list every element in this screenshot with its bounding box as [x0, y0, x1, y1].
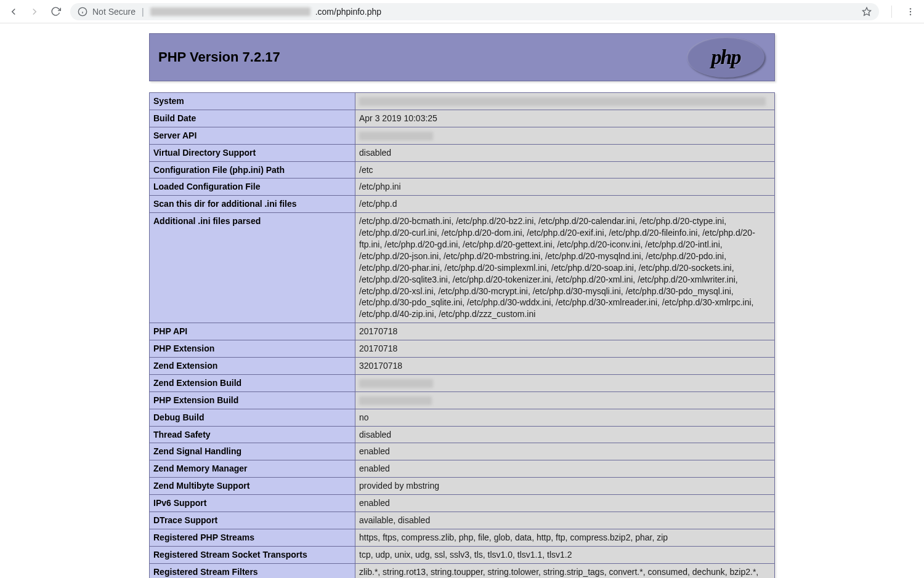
- redacted-value: [359, 132, 433, 140]
- table-row: PHP Extension20170718: [150, 340, 775, 358]
- reload-button[interactable]: [47, 3, 64, 20]
- table-row: Server API: [150, 127, 775, 144]
- url-separator: |: [142, 7, 144, 17]
- browser-menu-button[interactable]: [902, 3, 919, 20]
- info-key: Scan this dir for additional .ini files: [150, 196, 355, 213]
- page-content: PHP Version 7.2.17 php SystemBuild DateA…: [0, 23, 924, 578]
- info-key: Build Date: [150, 110, 355, 127]
- table-row: Virtual Directory Supportdisabled: [150, 144, 775, 161]
- redacted-value: [359, 379, 433, 388]
- info-value: enabled: [355, 443, 775, 460]
- info-value: [355, 93, 775, 110]
- php-version-title: PHP Version 7.2.17: [158, 49, 280, 65]
- back-button[interactable]: [5, 3, 22, 20]
- table-row: Registered Stream Socket Transportstcp, …: [150, 546, 775, 563]
- info-value: enabled: [355, 495, 775, 512]
- toolbar-divider: [891, 6, 892, 18]
- svg-point-5: [910, 10, 911, 12]
- browser-toolbar: Not Secure | .com/phpinfo.php: [0, 0, 924, 23]
- redacted-value: [359, 97, 766, 106]
- redacted-value: [359, 396, 432, 405]
- svg-point-6: [910, 14, 911, 15]
- info-value: [355, 127, 775, 144]
- info-key: PHP Extension Build: [150, 391, 355, 409]
- table-row: IPv6 Supportenabled: [150, 495, 775, 512]
- security-status: Not Secure: [92, 7, 136, 17]
- table-row: Debug Buildno: [150, 409, 775, 426]
- table-row: Scan this dir for additional .ini files/…: [150, 196, 775, 213]
- info-key: Virtual Directory Support: [150, 144, 355, 161]
- info-value: https, ftps, compress.zlib, php, file, g…: [355, 529, 775, 546]
- info-key: PHP Extension: [150, 340, 355, 358]
- info-value: [355, 374, 775, 391]
- url-host-blurred: [150, 7, 310, 16]
- info-value: no: [355, 409, 775, 426]
- table-row: Registered Stream Filterszlib.*, string.…: [150, 563, 775, 578]
- info-key: PHP API: [150, 323, 355, 340]
- info-value: /etc: [355, 161, 775, 179]
- info-key: Zend Memory Manager: [150, 460, 355, 478]
- info-key: Registered PHP Streams: [150, 529, 355, 546]
- table-row: Zend Extension Build: [150, 374, 775, 391]
- info-value: zlib.*, string.rot13, string.toupper, st…: [355, 563, 775, 578]
- info-value: enabled: [355, 460, 775, 478]
- table-row: Zend Multibyte Supportprovided by mbstri…: [150, 478, 775, 495]
- table-row: PHP Extension Build: [150, 391, 775, 409]
- table-row: Additional .ini files parsed/etc/php.d/2…: [150, 213, 775, 323]
- table-row: PHP API20170718: [150, 323, 775, 340]
- info-value: tcp, udp, unix, udg, ssl, sslv3, tls, tl…: [355, 546, 775, 563]
- svg-point-4: [910, 8, 911, 9]
- info-value: disabled: [355, 426, 775, 443]
- info-value: 20170718: [355, 323, 775, 340]
- info-value: /etc/php.d: [355, 196, 775, 213]
- info-key: Thread Safety: [150, 426, 355, 443]
- table-row: Zend Extension320170718: [150, 358, 775, 375]
- info-value: provided by mbstring: [355, 478, 775, 495]
- info-key: Zend Extension: [150, 358, 355, 375]
- info-value: /etc/php.ini: [355, 179, 775, 196]
- svg-marker-3: [862, 7, 870, 15]
- bookmark-star-icon[interactable]: [862, 7, 872, 17]
- phpinfo-table: SystemBuild DateApr 3 2019 10:03:25Serve…: [149, 92, 775, 578]
- info-value: [355, 391, 775, 409]
- info-key: Zend Multibyte Support: [150, 478, 355, 495]
- info-key: System: [150, 93, 355, 110]
- info-value: disabled: [355, 144, 775, 161]
- info-key: Configuration File (php.ini) Path: [150, 161, 355, 179]
- table-row: Zend Signal Handlingenabled: [150, 443, 775, 460]
- url-path: .com/phpinfo.php: [315, 7, 381, 17]
- info-key: Debug Build: [150, 409, 355, 426]
- table-row: System: [150, 93, 775, 110]
- php-logo-ellipse: php: [687, 37, 764, 78]
- forward-button[interactable]: [26, 3, 43, 20]
- info-value: 320170718: [355, 358, 775, 375]
- info-key: Loaded Configuration File: [150, 179, 355, 196]
- table-row: Thread Safetydisabled: [150, 426, 775, 443]
- table-row: DTrace Supportavailable, disabled: [150, 512, 775, 529]
- info-value: available, disabled: [355, 512, 775, 529]
- info-value: Apr 3 2019 10:03:25: [355, 110, 775, 127]
- info-key: Registered Stream Filters: [150, 563, 355, 578]
- table-row: Build DateApr 3 2019 10:03:25: [150, 110, 775, 127]
- site-info-icon[interactable]: [78, 7, 87, 17]
- info-key: Additional .ini files parsed: [150, 213, 355, 323]
- table-row: Zend Memory Managerenabled: [150, 460, 775, 478]
- php-logo: php: [686, 36, 766, 78]
- info-key: Registered Stream Socket Transports: [150, 546, 355, 563]
- info-key: Server API: [150, 127, 355, 144]
- info-key: Zend Extension Build: [150, 374, 355, 391]
- address-bar[interactable]: Not Secure | .com/phpinfo.php: [70, 3, 879, 20]
- info-value: /etc/php.d/20-bcmath.ini, /etc/php.d/20-…: [355, 213, 775, 323]
- info-key: DTrace Support: [150, 512, 355, 529]
- info-value: 20170718: [355, 340, 775, 358]
- php-logo-text: php: [711, 46, 740, 69]
- table-row: Registered PHP Streamshttps, ftps, compr…: [150, 529, 775, 546]
- table-row: Loaded Configuration File/etc/php.ini: [150, 179, 775, 196]
- info-key: IPv6 Support: [150, 495, 355, 512]
- php-header-banner: PHP Version 7.2.17 php: [149, 33, 775, 81]
- table-row: Configuration File (php.ini) Path/etc: [150, 161, 775, 179]
- info-key: Zend Signal Handling: [150, 443, 355, 460]
